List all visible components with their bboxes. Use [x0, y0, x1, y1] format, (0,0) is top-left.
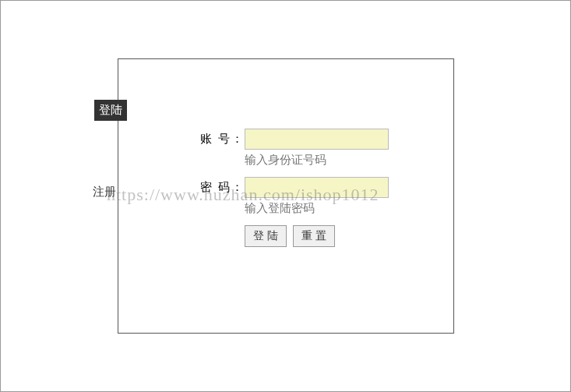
account-hint: 输入身份证号码 — [245, 153, 420, 168]
account-label: 账 号： — [194, 132, 245, 147]
account-row: 账 号： — [194, 129, 420, 150]
password-row: 密 码： — [194, 177, 420, 198]
login-form: 账 号： 输入身份证号码 密 码： 输入登陆密码 登 陆 重 置 — [194, 129, 420, 247]
login-panel: 账 号： 输入身份证号码 密 码： 输入登陆密码 登 陆 重 置 — [118, 58, 454, 334]
account-input[interactable] — [245, 129, 389, 150]
password-hint: 输入登陆密码 — [245, 201, 420, 216]
reset-button[interactable]: 重 置 — [293, 225, 335, 247]
password-label: 密 码： — [194, 180, 245, 195]
button-row: 登 陆 重 置 — [245, 225, 420, 247]
login-tab[interactable]: 登陆 — [94, 100, 127, 121]
register-link[interactable]: 注册 — [93, 185, 116, 200]
login-button[interactable]: 登 陆 — [245, 225, 287, 247]
password-input[interactable] — [245, 177, 389, 198]
